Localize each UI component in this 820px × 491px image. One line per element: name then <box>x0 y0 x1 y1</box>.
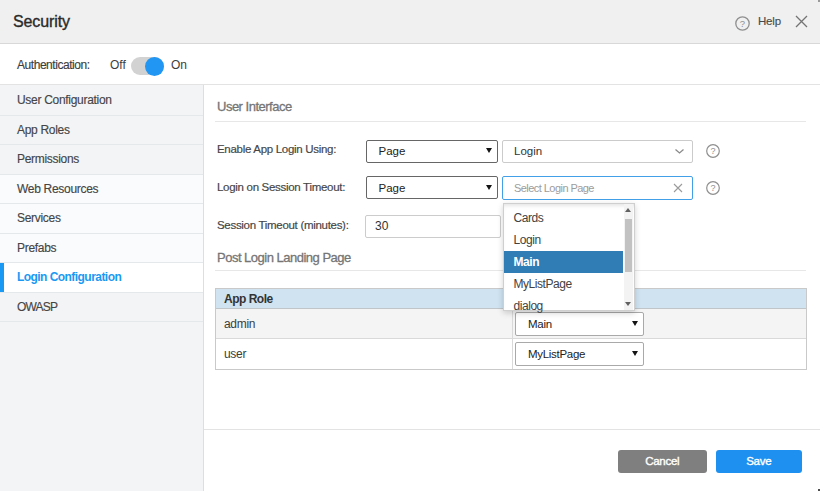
svg-text:?: ? <box>710 146 715 156</box>
svg-text:?: ? <box>710 183 715 193</box>
svg-text:?: ? <box>739 18 744 29</box>
